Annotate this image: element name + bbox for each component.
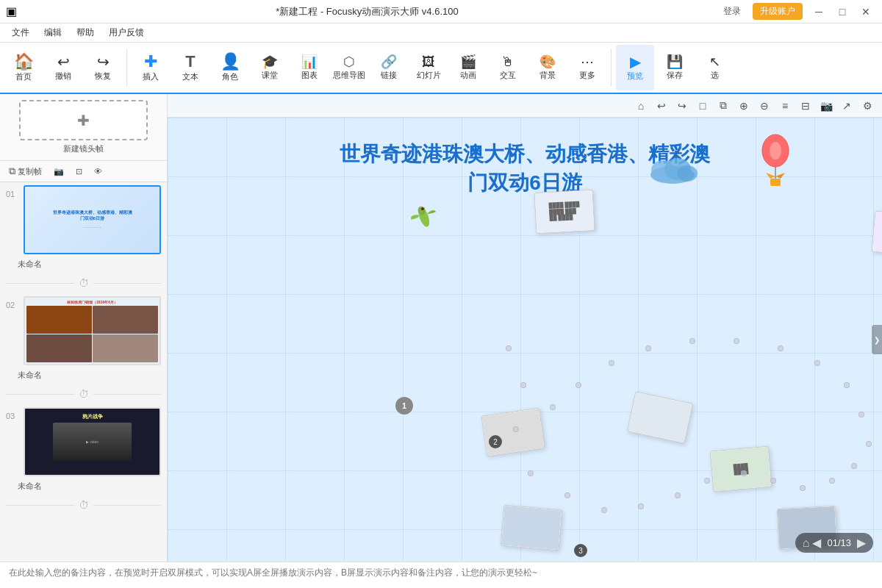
toolbar-chart[interactable]: 📊 图表 bbox=[290, 45, 329, 90]
slide-thumb-inner-1: 世界奇迹港珠澳大桥、动感香港、精彩澳门双动6日游 · · · · · · · ·… bbox=[25, 187, 159, 253]
undo-icon: ↩ bbox=[57, 54, 70, 69]
path-dot-10 bbox=[741, 470, 747, 476]
bird-decoration bbox=[404, 195, 445, 244]
menu-help[interactable]: 帮助 bbox=[71, 25, 100, 40]
slide-thumb-1[interactable]: 世界奇迹港珠澳大桥、动感香港、精彩澳门双动6日游 · · · · · · · ·… bbox=[24, 185, 161, 254]
insert-icon: ✚ bbox=[144, 54, 157, 70]
slide-1-preview: 世界奇迹港珠澳大桥、动感香港、精彩澳门双动6日游 · · · · · · · ·… bbox=[25, 187, 159, 253]
toolbar-text[interactable]: T 文本 bbox=[171, 45, 209, 90]
toolbar-anim-label: 动画 bbox=[460, 70, 476, 81]
canvas-card-inner-5 bbox=[628, 392, 692, 442]
canvas-home-button[interactable]: ⌂ bbox=[632, 97, 650, 115]
balloon-decoration bbox=[757, 132, 794, 199]
menu-feedback[interactable]: 用户反馈 bbox=[103, 25, 150, 40]
toolbar-separator-1 bbox=[126, 49, 127, 86]
canvas-card-5[interactable] bbox=[627, 391, 693, 443]
login-button[interactable]: 登录 bbox=[717, 4, 747, 19]
interact-icon: 🖱 bbox=[501, 55, 514, 68]
minimize-button[interactable]: ─ bbox=[808, 4, 829, 19]
nav-prev-button[interactable]: ◀ bbox=[812, 536, 821, 550]
toolbar-mindmap[interactable]: ⬡ 思维导图 bbox=[330, 45, 368, 90]
slide-thumb-2[interactable]: 林则徐虎门销烟（1839年6月） bbox=[24, 296, 161, 365]
canvas-duplicate-button[interactable]: ⧉ bbox=[714, 97, 732, 115]
toolbar-more[interactable]: ⋯ 更多 bbox=[568, 45, 606, 90]
toolbar-preview[interactable]: ▶ 预览 bbox=[616, 45, 654, 90]
toolbar-bg[interactable]: 🎨 背景 bbox=[528, 45, 567, 90]
canvas-align-button[interactable]: ≡ bbox=[776, 97, 794, 115]
main-layout: ✚ 新建镜头帧 ⧉ 复制帧 📷 ⊡ 👁 01 bbox=[0, 94, 882, 562]
copy-frame-icon: ⧉ bbox=[9, 165, 15, 177]
path-dot-2 bbox=[520, 382, 526, 388]
toolbar-save[interactable]: 💾 保存 bbox=[656, 45, 694, 90]
toolbar-class[interactable]: 🎓 课堂 bbox=[251, 45, 289, 90]
toolbar-home[interactable]: 🏠 首页 bbox=[4, 45, 43, 90]
slide-thumb-3[interactable]: 鸦片战争 ▶ video bbox=[24, 407, 161, 476]
eye-frame-button[interactable]: 👁 bbox=[91, 165, 105, 177]
toolbar-select[interactable]: ↖ 选 bbox=[695, 45, 734, 90]
canvas-zoomout-button[interactable]: ⊖ bbox=[756, 97, 773, 115]
toolbar-role-label: 角色 bbox=[222, 71, 238, 82]
canvas-area[interactable]: ⌂ ↩ ↪ □ ⧉ ⊕ ⊖ ≡ ⊟ 📷 ↗ ⚙ 世界奇迹港珠澳大桥、动感香港、精… bbox=[168, 94, 882, 562]
menu-file[interactable]: 文件 bbox=[6, 25, 35, 40]
toolbar-save-label: 保存 bbox=[667, 70, 683, 81]
slide-thumb-inner-3: 鸦片战争 ▶ video bbox=[25, 409, 159, 475]
menu-edit[interactable]: 编辑 bbox=[38, 25, 68, 40]
canvas-export-button[interactable]: ↗ bbox=[838, 97, 856, 115]
slide-num-2: 02 bbox=[6, 301, 19, 309]
canvas-card-2[interactable]: ███ ██SGS bbox=[872, 211, 882, 257]
copy-frame-label: 复制帧 bbox=[18, 166, 42, 177]
toolbar-slide[interactable]: 🖼 幻灯片 bbox=[409, 45, 448, 90]
canvas-redo-button[interactable]: ↪ bbox=[673, 97, 691, 115]
sep-icon-1: ⏱ bbox=[74, 277, 93, 289]
canvas-zoomin-button[interactable]: ⊕ bbox=[735, 97, 753, 115]
canvas-undo-button[interactable]: ↩ bbox=[653, 97, 670, 115]
canvas-screenshot-button[interactable]: 📷 bbox=[817, 97, 835, 115]
toolbar-select-label: 选 bbox=[711, 70, 719, 81]
right-panel-toggle[interactable]: ❯ bbox=[872, 325, 882, 354]
toolbar-undo[interactable]: ↩ 撤销 bbox=[44, 45, 82, 90]
class-icon: 🎓 bbox=[262, 55, 278, 68]
new-frame-button[interactable]: ✚ bbox=[19, 100, 148, 140]
toolbar-role[interactable]: 👤 角色 bbox=[211, 45, 249, 90]
svg-rect-3 bbox=[770, 179, 781, 186]
toolbar-home-label: 首页 bbox=[15, 71, 32, 82]
new-frame-label: 新建镜头帧 bbox=[63, 143, 104, 154]
canvas-card-3[interactable] bbox=[481, 408, 545, 457]
slide-panel: ✚ 新建镜头帧 ⧉ 复制帧 📷 ⊡ 👁 01 bbox=[0, 94, 168, 562]
notes-input[interactable] bbox=[9, 567, 873, 588]
canvas-card-inner-1: ████ ████████ █████ ████ bbox=[535, 190, 595, 233]
path-dot-24 bbox=[576, 382, 581, 388]
canvas-group-button[interactable]: ⊟ bbox=[797, 97, 814, 115]
canvas-card-4[interactable] bbox=[501, 505, 563, 551]
canvas-grid[interactable]: 世界奇迹港珠澳大桥、动感香港、精彩澳 门双动6日游 bbox=[168, 118, 882, 562]
canvas-settings-button[interactable]: ⚙ bbox=[858, 97, 876, 115]
toolbar-interact[interactable]: 🖱 交互 bbox=[489, 45, 527, 90]
canvas-card-6[interactable]: ████████ bbox=[710, 446, 772, 492]
close-button[interactable]: ✕ bbox=[856, 4, 876, 19]
maximize-button[interactable]: □ bbox=[832, 4, 853, 19]
toolbar-anim[interactable]: 🎬 动画 bbox=[449, 45, 487, 90]
slide-2-preview: 林则徐虎门销烟（1839年6月） bbox=[25, 298, 159, 364]
path-dot-22 bbox=[645, 345, 651, 351]
path-dot-8 bbox=[675, 492, 681, 498]
path-dot-21 bbox=[689, 338, 695, 344]
nav-home-button[interactable]: ⌂ bbox=[803, 537, 810, 550]
canvas-copy-button[interactable]: □ bbox=[694, 97, 711, 115]
right-toggle-icon: ❯ bbox=[874, 336, 880, 344]
nav-next-button[interactable]: ▶ bbox=[857, 536, 866, 550]
fit-frame-button[interactable]: ⊡ bbox=[73, 165, 85, 178]
sep-line-3 bbox=[6, 394, 74, 395]
toolbar-redo[interactable]: ↪ 恢复 bbox=[84, 45, 122, 90]
copy-frame-button[interactable]: ⧉ 复制帧 bbox=[6, 164, 45, 179]
canvas-card-1[interactable]: ████ ████████ █████ ████ bbox=[534, 190, 595, 234]
slide-name-2: 未命名 bbox=[0, 368, 167, 384]
toolbar-slide-label: 幻灯片 bbox=[417, 70, 441, 81]
toolbar-link[interactable]: 🔗 链接 bbox=[370, 45, 408, 90]
camera-frame-button[interactable]: 📷 bbox=[51, 165, 67, 178]
menubar: 文件 编辑 帮助 用户反馈 bbox=[0, 24, 882, 43]
notes-area: ⤡ bbox=[0, 562, 882, 588]
canvas-toolbar: ⌂ ↩ ↪ □ ⧉ ⊕ ⊖ ≡ ⊟ 📷 ↗ ⚙ bbox=[168, 94, 882, 118]
nav-current-label: 01/13 bbox=[827, 537, 851, 548]
upgrade-button[interactable]: 升级账户 bbox=[753, 3, 803, 20]
toolbar-insert[interactable]: ✚ 插入 bbox=[132, 45, 170, 90]
